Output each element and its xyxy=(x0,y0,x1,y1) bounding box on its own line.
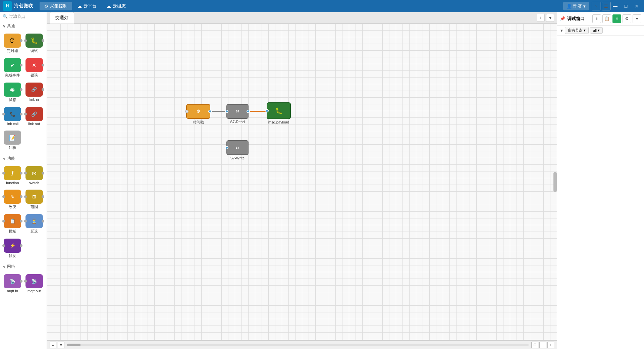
help-icon[interactable]: ? xyxy=(592,2,600,10)
compose-icon: ☁ xyxy=(107,4,111,9)
section-network[interactable]: ∨ 网络 xyxy=(0,262,47,271)
section-function[interactable]: ∨ 功能 xyxy=(0,154,47,163)
all-nodes-filter-label: 所有节点 xyxy=(568,28,583,33)
function-nodes-grid: ƒ function ⋈ switch ✎ xyxy=(0,163,47,262)
clear-icon-button[interactable]: ✕ xyxy=(612,14,621,23)
delay-label: 延迟 xyxy=(31,229,38,234)
node-error-item[interactable]: ✕ 错误 xyxy=(24,56,45,80)
right-panel-content xyxy=(557,36,644,349)
filter-chevron: ▾ xyxy=(584,28,586,33)
timer-label: 定时器 xyxy=(7,48,18,53)
menu-icon[interactable]: ☰ xyxy=(602,2,610,10)
switch-label: switch xyxy=(29,181,39,185)
nav-tab-cloud[interactable]: ☁ 云平台 xyxy=(73,2,101,10)
main-layout: 🔍 ∨ 共通 ⏱ 定时器 🐛 xyxy=(0,12,644,349)
debug-node-icon: 🐛 xyxy=(31,37,38,44)
search-input[interactable] xyxy=(9,14,44,19)
minimize-button[interactable]: — xyxy=(610,1,620,11)
node-linkin-item[interactable]: 🔗 link in xyxy=(24,81,45,104)
chevron-net-icon: ∨ xyxy=(3,264,6,269)
info-icon-button[interactable]: ℹ xyxy=(592,14,601,23)
right-panel-icons: ℹ 📋 ✕ ⚙ ▾ xyxy=(592,14,641,23)
settings-icon-button[interactable]: ⚙ xyxy=(623,14,631,23)
node-template-item[interactable]: 📋 模板 xyxy=(2,212,23,236)
section-common[interactable]: ∨ 共通 xyxy=(0,21,47,30)
horizontal-scrollbar[interactable] xyxy=(67,344,529,346)
maximize-button[interactable]: □ xyxy=(621,1,631,11)
node-change-item[interactable]: ✎ 改变 xyxy=(2,188,23,211)
node-function-item[interactable]: ƒ function xyxy=(2,164,23,187)
sidebar: 🔍 ∨ 共通 ⏱ 定时器 🐛 xyxy=(0,12,47,349)
switch-node-icon: ⋈ xyxy=(32,170,37,176)
zoom-in-button[interactable]: + xyxy=(547,342,554,348)
copy-icon-button[interactable]: 📋 xyxy=(602,14,611,23)
nav-tab-collect[interactable]: ⚙ 采集控制 xyxy=(40,2,72,10)
chevron-func-icon: ∨ xyxy=(3,156,6,161)
search-box: 🔍 xyxy=(0,12,47,21)
node-complete-item[interactable]: ✔ 完成事件 xyxy=(2,56,23,80)
node-mqttin-item[interactable]: 📡 mqtt in xyxy=(2,272,23,295)
flow-node-s7write[interactable]: S7 S7-Write xyxy=(226,140,249,160)
s7write-node-label: S7-Write xyxy=(230,156,245,160)
flow-canvas[interactable]: ⏱ 时间戳 S7 S7-Read 🐛 msg.payload xyxy=(47,23,557,340)
node-trigger-item[interactable]: ⚡ 触发 xyxy=(2,237,23,260)
function-node-icon: ƒ xyxy=(11,170,14,176)
collect-label: 采集控制 xyxy=(50,3,67,9)
nav-tab-compose[interactable]: ☁ 云组态 xyxy=(102,2,130,10)
scrollbar-thumb xyxy=(67,344,80,346)
node-range-item[interactable]: ⊞ 范围 xyxy=(24,188,45,211)
all-nodes-filter[interactable]: 所有节点 ▾ xyxy=(565,27,589,34)
complete-node-icon: ✔ xyxy=(10,62,15,68)
zoom-out-button[interactable]: − xyxy=(539,342,546,348)
canvas-tab-controls: + ▾ xyxy=(537,14,554,22)
linkin-label: link in xyxy=(30,97,39,101)
timer-node-label: 时间戳 xyxy=(193,120,204,125)
template-node-icon: 📋 xyxy=(10,218,15,224)
flow-node-timer[interactable]: ⏱ 时间戳 xyxy=(186,104,210,125)
change-label: 改变 xyxy=(9,204,16,209)
user-chevron: ▾ xyxy=(583,4,586,9)
node-status-item[interactable]: ◉ 状态 xyxy=(2,81,23,104)
node-debug-item[interactable]: 🐛 调试 xyxy=(24,32,45,55)
vertical-scrollbar[interactable] xyxy=(553,172,557,192)
node-linkout-item[interactable]: 🔗 link out xyxy=(24,105,45,128)
node-mqttout-item[interactable]: 📡 mqtt out xyxy=(24,272,45,295)
scroll-up-button[interactable]: ▲ xyxy=(50,342,56,348)
timer-node-icon: ⏱ xyxy=(9,37,15,44)
all-filter[interactable]: all ▾ xyxy=(590,27,603,34)
canvas-tabs: 交通灯 + ▾ xyxy=(47,12,557,23)
user-button[interactable]: 👤 部署 ▾ xyxy=(563,2,589,10)
collapse-icon-button[interactable]: ▾ xyxy=(633,14,641,23)
bottom-bar: ▲ ▼ ⊡ − + xyxy=(47,340,557,349)
error-node-icon: ✕ xyxy=(32,62,36,68)
flow-node-s7read[interactable]: S7 S7-Read xyxy=(226,104,249,124)
search-icon: 🔍 xyxy=(3,14,8,19)
more-tabs-button[interactable]: ▾ xyxy=(546,14,554,22)
right-panel-filters: ▼ 所有节点 ▾ all ▾ xyxy=(557,26,644,36)
flow-tab[interactable]: 交通灯 xyxy=(50,12,74,23)
help-controls: ? ☰ xyxy=(592,2,610,10)
linkout-label: link out xyxy=(28,122,40,126)
compose-label: 云组态 xyxy=(113,3,126,9)
zoom-fit-button[interactable]: ⊡ xyxy=(531,342,538,348)
error-label: 错误 xyxy=(31,73,38,78)
right-panel-header: 📌 调试窗口 ℹ 📋 ✕ ⚙ ▾ xyxy=(557,12,644,26)
all-filter-chevron: ▾ xyxy=(598,28,600,33)
node-delay-item[interactable]: ⏳ 延迟 xyxy=(24,212,45,236)
scroll-down-button[interactable]: ▼ xyxy=(58,342,64,348)
close-button[interactable]: ✕ xyxy=(632,1,641,11)
app-name: 海创微联 xyxy=(14,3,33,9)
mqttin-node-icon: 📡 xyxy=(10,279,15,284)
node-comment-item[interactable]: 📝 注释 xyxy=(2,129,23,152)
node-switch-item[interactable]: ⋈ switch xyxy=(24,164,45,187)
node-linkcall-item[interactable]: 📞 link call xyxy=(2,105,23,128)
network-nodes-grid: 📡 mqtt in 📡 mqtt out xyxy=(0,271,47,296)
range-label: 范围 xyxy=(31,204,38,209)
node-timer-item[interactable]: ⏱ 定时器 xyxy=(2,32,23,55)
mqttin-label: mqtt in xyxy=(7,289,18,293)
timer-node-text: ⏱ xyxy=(197,109,200,113)
add-tab-button[interactable]: + xyxy=(537,14,545,22)
delay-node-icon: ⏳ xyxy=(31,218,37,224)
flow-node-msgpayload[interactable]: 🐛 msg.payload xyxy=(267,102,291,124)
comment-label: 注释 xyxy=(9,145,16,150)
